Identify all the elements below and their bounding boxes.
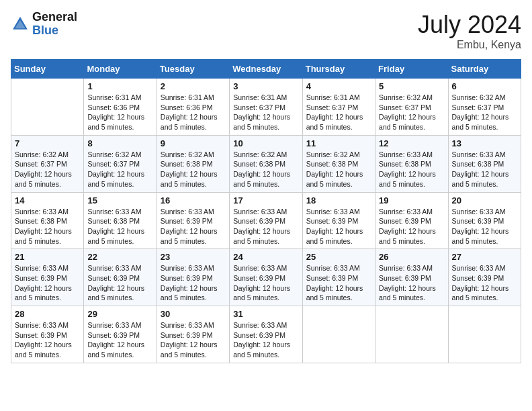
calendar-cell: 7Sunrise: 6:32 AMSunset: 6:37 PMDaylight…	[11, 135, 84, 192]
week-row-2: 7Sunrise: 6:32 AMSunset: 6:37 PMDaylight…	[11, 135, 521, 192]
calendar-cell: 9Sunrise: 6:32 AMSunset: 6:38 PMDaylight…	[157, 135, 229, 192]
logo-general-label: General	[32, 11, 77, 24]
day-number: 17	[233, 195, 298, 205]
calendar-cell: 26Sunrise: 6:33 AMSunset: 6:39 PMDayligh…	[375, 249, 448, 306]
day-number: 25	[306, 252, 371, 262]
day-info: Sunrise: 6:33 AMSunset: 6:38 PMDaylight:…	[87, 207, 152, 246]
calendar-cell: 12Sunrise: 6:33 AMSunset: 6:38 PMDayligh…	[375, 135, 448, 192]
day-number: 7	[15, 138, 80, 148]
logo-icon	[11, 15, 30, 34]
day-number: 21	[15, 252, 80, 262]
day-info: Sunrise: 6:32 AMSunset: 6:38 PMDaylight:…	[161, 150, 226, 189]
calendar-cell: 4Sunrise: 6:31 AMSunset: 6:37 PMDaylight…	[302, 79, 375, 136]
calendar-cell: 5Sunrise: 6:32 AMSunset: 6:37 PMDaylight…	[375, 79, 448, 136]
month-year-title: July 2024	[418, 11, 521, 39]
calendar-cell	[448, 306, 521, 363]
day-info: Sunrise: 6:32 AMSunset: 6:37 PMDaylight:…	[87, 150, 152, 189]
calendar-cell: 27Sunrise: 6:33 AMSunset: 6:39 PMDayligh…	[448, 249, 521, 306]
header-day-friday: Friday	[375, 60, 448, 79]
title-block: July 2024 Embu, Kenya	[418, 11, 521, 51]
day-number: 3	[233, 81, 298, 91]
calendar-cell: 21Sunrise: 6:33 AMSunset: 6:39 PMDayligh…	[11, 249, 84, 306]
header-day-thursday: Thursday	[302, 60, 375, 79]
day-info: Sunrise: 6:33 AMSunset: 6:39 PMDaylight:…	[379, 207, 444, 246]
calendar-cell: 10Sunrise: 6:32 AMSunset: 6:38 PMDayligh…	[230, 135, 302, 192]
day-info: Sunrise: 6:33 AMSunset: 6:39 PMDaylight:…	[161, 320, 226, 360]
calendar-cell: 2Sunrise: 6:31 AMSunset: 6:36 PMDaylight…	[157, 79, 229, 136]
day-info: Sunrise: 6:33 AMSunset: 6:39 PMDaylight:…	[379, 263, 444, 303]
day-number: 31	[233, 309, 298, 319]
logo-blue-label: Blue	[32, 24, 77, 38]
week-row-1: 1Sunrise: 6:31 AMSunset: 6:36 PMDaylight…	[11, 79, 521, 136]
day-number: 18	[306, 195, 371, 205]
calendar-cell: 20Sunrise: 6:33 AMSunset: 6:39 PMDayligh…	[448, 192, 521, 249]
day-info: Sunrise: 6:33 AMSunset: 6:38 PMDaylight:…	[15, 207, 80, 246]
day-number: 12	[379, 138, 444, 148]
header-day-monday: Monday	[84, 60, 157, 79]
day-number: 5	[379, 81, 444, 91]
logo-text: General Blue	[32, 11, 77, 38]
day-info: Sunrise: 6:33 AMSunset: 6:38 PMDaylight:…	[452, 150, 517, 189]
day-number: 26	[379, 252, 444, 262]
day-number: 1	[87, 81, 152, 91]
day-info: Sunrise: 6:31 AMSunset: 6:36 PMDaylight:…	[161, 93, 226, 132]
day-info: Sunrise: 6:32 AMSunset: 6:37 PMDaylight:…	[15, 150, 80, 189]
day-number: 29	[87, 309, 152, 319]
day-info: Sunrise: 6:33 AMSunset: 6:39 PMDaylight:…	[452, 207, 517, 246]
day-number: 24	[233, 252, 298, 262]
header-day-tuesday: Tuesday	[157, 60, 229, 79]
week-row-3: 14Sunrise: 6:33 AMSunset: 6:38 PMDayligh…	[11, 192, 521, 249]
day-number: 23	[161, 252, 226, 262]
calendar-cell: 23Sunrise: 6:33 AMSunset: 6:39 PMDayligh…	[157, 249, 229, 306]
day-info: Sunrise: 6:32 AMSunset: 6:37 PMDaylight:…	[452, 93, 517, 132]
week-row-5: 28Sunrise: 6:33 AMSunset: 6:39 PMDayligh…	[11, 306, 521, 363]
day-number: 14	[15, 195, 80, 205]
day-number: 16	[161, 195, 226, 205]
logo: General Blue	[11, 11, 77, 38]
calendar-cell: 8Sunrise: 6:32 AMSunset: 6:37 PMDaylight…	[84, 135, 157, 192]
header-row: SundayMondayTuesdayWednesdayThursdayFrid…	[11, 60, 521, 79]
day-info: Sunrise: 6:33 AMSunset: 6:39 PMDaylight:…	[161, 207, 226, 246]
calendar-cell: 3Sunrise: 6:31 AMSunset: 6:37 PMDaylight…	[230, 79, 302, 136]
page-header: General Blue July 2024 Embu, Kenya	[11, 11, 521, 51]
day-number: 6	[452, 81, 517, 91]
calendar-cell: 25Sunrise: 6:33 AMSunset: 6:39 PMDayligh…	[302, 249, 375, 306]
day-number: 28	[15, 309, 80, 319]
calendar-cell: 1Sunrise: 6:31 AMSunset: 6:36 PMDaylight…	[84, 79, 157, 136]
day-info: Sunrise: 6:33 AMSunset: 6:39 PMDaylight:…	[233, 207, 298, 246]
calendar-cell: 14Sunrise: 6:33 AMSunset: 6:38 PMDayligh…	[11, 192, 84, 249]
day-info: Sunrise: 6:31 AMSunset: 6:37 PMDaylight:…	[233, 93, 298, 132]
day-info: Sunrise: 6:33 AMSunset: 6:39 PMDaylight:…	[306, 207, 371, 246]
calendar-cell: 18Sunrise: 6:33 AMSunset: 6:39 PMDayligh…	[302, 192, 375, 249]
calendar-cell	[302, 306, 375, 363]
day-number: 22	[87, 252, 152, 262]
calendar-cell: 11Sunrise: 6:32 AMSunset: 6:38 PMDayligh…	[302, 135, 375, 192]
day-info: Sunrise: 6:33 AMSunset: 6:38 PMDaylight:…	[379, 150, 444, 189]
day-info: Sunrise: 6:33 AMSunset: 6:39 PMDaylight:…	[161, 263, 226, 303]
day-number: 4	[306, 81, 371, 91]
calendar-cell: 31Sunrise: 6:33 AMSunset: 6:39 PMDayligh…	[230, 306, 302, 363]
calendar-cell: 22Sunrise: 6:33 AMSunset: 6:39 PMDayligh…	[84, 249, 157, 306]
day-info: Sunrise: 6:33 AMSunset: 6:39 PMDaylight:…	[306, 263, 371, 303]
calendar-table: SundayMondayTuesdayWednesdayThursdayFrid…	[11, 59, 521, 363]
day-info: Sunrise: 6:33 AMSunset: 6:39 PMDaylight:…	[87, 263, 152, 303]
day-number: 8	[87, 138, 152, 148]
day-info: Sunrise: 6:33 AMSunset: 6:39 PMDaylight:…	[15, 320, 80, 360]
calendar-cell: 13Sunrise: 6:33 AMSunset: 6:38 PMDayligh…	[448, 135, 521, 192]
header-day-wednesday: Wednesday	[230, 60, 302, 79]
day-info: Sunrise: 6:33 AMSunset: 6:39 PMDaylight:…	[233, 320, 298, 360]
calendar-cell: 15Sunrise: 6:33 AMSunset: 6:38 PMDayligh…	[84, 192, 157, 249]
day-number: 30	[161, 309, 226, 319]
calendar-cell: 29Sunrise: 6:33 AMSunset: 6:39 PMDayligh…	[84, 306, 157, 363]
day-info: Sunrise: 6:31 AMSunset: 6:37 PMDaylight:…	[306, 93, 371, 132]
day-info: Sunrise: 6:33 AMSunset: 6:39 PMDaylight:…	[452, 263, 517, 303]
calendar-cell: 6Sunrise: 6:32 AMSunset: 6:37 PMDaylight…	[448, 79, 521, 136]
day-number: 2	[161, 81, 226, 91]
calendar-cell: 17Sunrise: 6:33 AMSunset: 6:39 PMDayligh…	[230, 192, 302, 249]
day-info: Sunrise: 6:33 AMSunset: 6:39 PMDaylight:…	[233, 263, 298, 303]
week-row-4: 21Sunrise: 6:33 AMSunset: 6:39 PMDayligh…	[11, 249, 521, 306]
day-number: 19	[379, 195, 444, 205]
day-number: 13	[452, 138, 517, 148]
day-number: 20	[452, 195, 517, 205]
day-info: Sunrise: 6:32 AMSunset: 6:38 PMDaylight:…	[233, 150, 298, 189]
